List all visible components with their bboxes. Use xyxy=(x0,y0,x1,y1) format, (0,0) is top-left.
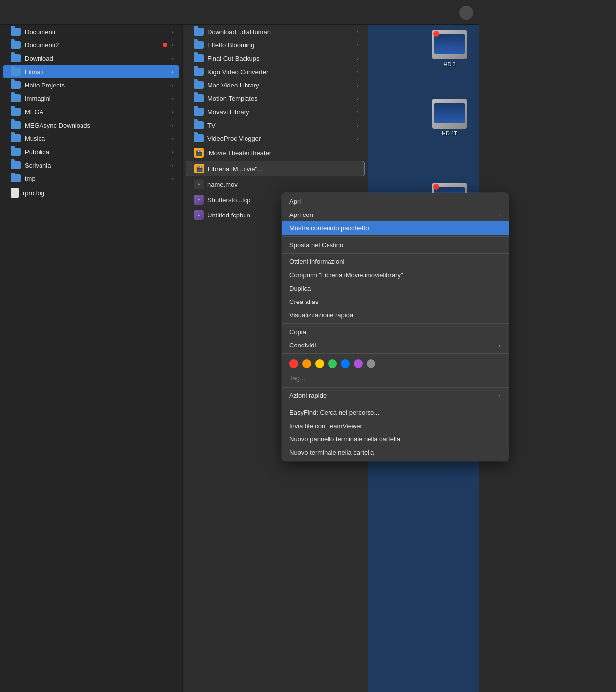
add-tab-button[interactable] xyxy=(459,6,473,20)
menu-separator xyxy=(282,404,509,404)
chevron-right-icon: › xyxy=(357,122,359,128)
folder-icon xyxy=(194,28,204,36)
sidebar-item-immagini[interactable]: Immagini› xyxy=(3,92,179,105)
color-tag-dot[interactable] xyxy=(289,359,298,368)
menu-item-copia[interactable]: Copia xyxy=(282,325,509,339)
document-icon xyxy=(11,188,19,198)
folder-icon xyxy=(11,161,21,169)
file-item-motion-templates[interactable]: Motion Templates› xyxy=(186,92,365,105)
file-item-effetto-blooming[interactable]: Effetto Blooming› xyxy=(186,39,365,51)
sidebar-item-label: Musica xyxy=(25,135,169,142)
context-menu: ApriApri con›Mostra contenuto pacchettoS… xyxy=(282,193,509,461)
chevron-right-icon: › xyxy=(171,69,173,75)
file-item-label: Libreria iM...ovie''... xyxy=(208,165,358,173)
menu-item-visualizzazione-rapida[interactable]: Visualizzazione rapida xyxy=(282,308,509,322)
file-item-tv[interactable]: TV› xyxy=(186,119,365,131)
color-tag-dot[interactable] xyxy=(328,359,337,368)
imovie-icon: 🎬 xyxy=(194,148,204,158)
menu-item-apri-con[interactable]: Apri con› xyxy=(282,208,509,221)
folder-icon xyxy=(11,148,21,156)
folder-icon xyxy=(194,134,204,142)
sidebar-item-rpro-log[interactable]: rpro.log xyxy=(3,185,179,200)
menu-item-comprimi[interactable]: Comprimi "Libreria iMovie.imovielibrary" xyxy=(282,268,509,282)
menu-item-azioni-rapide[interactable]: Azioni rapide› xyxy=(282,389,509,402)
sidebar-item-documenti2[interactable]: Documenti2› xyxy=(3,39,179,51)
sidebar-item-pubblica[interactable]: Pubblica› xyxy=(3,145,179,158)
menu-item-ottieni-info[interactable]: Ottieni informazioni xyxy=(282,255,509,268)
color-tag-dot[interactable] xyxy=(367,359,375,368)
menu-item-invia-teamviewer[interactable]: Invia file con TeamViewer xyxy=(282,419,509,432)
desktop-icon-hd3[interactable]: HD 3 xyxy=(430,30,469,67)
menu-item-condividi[interactable]: Condividi› xyxy=(282,339,509,352)
desktop-icon-hd4t[interactable]: HD 4T xyxy=(430,99,469,136)
red-dot-indicator xyxy=(433,184,439,190)
file-item-label: Kigo Video Converter xyxy=(207,68,355,76)
menu-item-crea-alias[interactable]: Crea alias xyxy=(282,295,509,308)
menu-item-duplica[interactable]: Duplica xyxy=(282,282,509,295)
file-item-libreria-imovie[interactable]: 🎬Libreria iM...ovie''... xyxy=(186,161,365,176)
imovie-icon: 🎬 xyxy=(194,164,204,173)
file-item-movavi-library[interactable]: Movavi Library› xyxy=(186,105,365,118)
sidebar-item-musica[interactable]: Musica› xyxy=(3,132,179,145)
file-item-label: name.mov xyxy=(207,181,359,188)
sidebar-item-label: Filmati xyxy=(25,68,169,76)
file-item-imovie-theater[interactable]: 🎬iMovie Theater.theater xyxy=(186,145,365,160)
desktop-icon-label: HD 4T xyxy=(442,130,457,136)
menu-item-label: Condividi xyxy=(289,342,316,349)
folder-icon xyxy=(11,94,21,102)
menu-item-apri[interactable]: Apri xyxy=(282,195,509,208)
file-item-mac-video-library[interactable]: Mac Video Library› xyxy=(186,79,365,91)
menu-item-label: Sposta nel Cestino xyxy=(289,241,343,249)
sidebar-item-label: tmp xyxy=(25,175,169,182)
tag-placeholder: Tag... xyxy=(282,372,509,386)
menu-item-sposta-cestino[interactable]: Sposta nel Cestino xyxy=(282,238,509,252)
menu-item-easyfind[interactable]: EasyFind: Cerca nel percorso... xyxy=(282,406,509,419)
menu-separator xyxy=(282,353,509,354)
menu-item-nuovo-pannello-terminale[interactable]: Nuovo pannello terminale nella cartella xyxy=(282,432,509,446)
chevron-right-icon: › xyxy=(171,42,173,48)
file-item-kigo-video[interactable]: Kigo Video Converter› xyxy=(186,65,365,78)
file-item-label: Effetto Blooming xyxy=(207,42,355,49)
color-tag-dot[interactable] xyxy=(315,359,324,368)
fcpx-icon: ✦ xyxy=(194,195,204,205)
chevron-right-icon: › xyxy=(357,69,359,75)
menu-item-label: Copia xyxy=(289,328,306,336)
menu-item-label: Invia file con TeamViewer xyxy=(289,422,362,430)
folder-icon xyxy=(11,41,21,49)
color-tag-dot[interactable] xyxy=(341,359,350,368)
folder-icon xyxy=(11,28,21,36)
sidebar-item-tmp[interactable]: tmp› xyxy=(3,172,179,185)
sidebar-item-label: Pubblica xyxy=(25,148,169,156)
desktop-icon-label: HD 3 xyxy=(443,61,455,67)
chevron-right-icon: › xyxy=(357,42,359,48)
menu-item-label: Ottieni informazioni xyxy=(289,258,344,265)
menu-item-label: Apri xyxy=(289,198,301,205)
menu-item-label: Duplica xyxy=(289,285,311,292)
chevron-right-icon: › xyxy=(499,343,501,348)
sidebar-item-label: MEGA xyxy=(25,108,169,116)
file-item-final-cut-backups[interactable]: Final Cut Backups› xyxy=(186,52,365,65)
file-item-name-mov[interactable]: ▶name.mov xyxy=(186,177,365,192)
file-item-download-dia[interactable]: Download...diaHuman› xyxy=(186,25,365,38)
sidebar-item-halto-projects[interactable]: Halto Projects› xyxy=(3,79,179,91)
red-dot-indicator xyxy=(163,43,167,47)
sidebar-item-scrivania[interactable]: Scrivania› xyxy=(3,159,179,172)
file-item-videoproc-vlogger[interactable]: VideoProc Vlogger› xyxy=(186,132,365,145)
sidebar-item-megasync-downloads[interactable]: MEGAsync Downloads› xyxy=(3,119,179,131)
menu-item-mostra-contenuto[interactable]: Mostra contenuto pacchetto xyxy=(282,221,509,235)
file-item-label: iMovie Theater.theater xyxy=(207,149,359,157)
color-tag-dot[interactable] xyxy=(302,359,311,368)
sidebar-item-filmati[interactable]: Filmati› xyxy=(3,65,179,78)
sidebar-item-download[interactable]: Download› xyxy=(3,52,179,65)
sidebar-item-label: Documenti2 xyxy=(25,42,163,49)
color-tag-dot[interactable] xyxy=(354,359,363,368)
sidebar-item-documenti[interactable]: Documenti› xyxy=(3,25,179,38)
chevron-right-icon: › xyxy=(171,95,173,101)
red-dot-indicator xyxy=(433,31,439,37)
menu-separator xyxy=(282,236,509,237)
sidebar-item-mega[interactable]: MEGA› xyxy=(3,105,179,118)
file-item-label: Motion Templates xyxy=(207,95,355,102)
chevron-right-icon: › xyxy=(357,82,359,88)
chevron-right-icon: › xyxy=(171,122,173,128)
menu-item-nuovo-terminale[interactable]: Nuovo terminale nella cartella xyxy=(282,446,509,459)
